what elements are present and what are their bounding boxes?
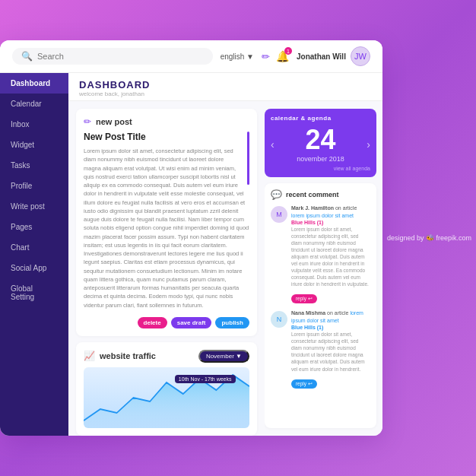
left-panel: ✏ new post New Post Title Lorem ipsum do…	[68, 101, 265, 436]
traffic-title: website traffic	[100, 351, 156, 360]
calendar-widget: calendar & agenda ‹ 24 november 2018 › v…	[265, 109, 376, 177]
right-panel: calendar & agenda ‹ 24 november 2018 › v…	[265, 101, 382, 436]
commenter-name-1: Mark J. Hamilton	[291, 205, 334, 211]
calendar-title: calendar & agenda	[271, 115, 370, 122]
comment-meta-2: Nana Mishma on article lorem ipsum dolor…	[291, 309, 370, 325]
sidebar-item-calendar[interactable]: Calendar	[0, 94, 68, 114]
view-all-agenda-link[interactable]: view all agenda	[271, 166, 370, 171]
comment-icon: 💬	[271, 189, 282, 200]
search-box[interactable]: 🔍	[12, 48, 213, 65]
page-title: DASHBOARD	[79, 79, 372, 90]
comment-content-2: Nana Mishma on article lorem ipsum dolor…	[291, 309, 370, 388]
post-body: Lorem ipsum dolor sit amet, consectetur …	[84, 147, 249, 309]
comments-header: 💬 recent comment	[271, 189, 370, 200]
commenter-name-2: Nana Mishma	[291, 310, 325, 316]
chart-tooltip: 10th Nov - 17th weeks	[175, 375, 236, 383]
sidebar-item-chart[interactable]: Chart	[0, 237, 68, 258]
main-layout: Dashboard Calendar Inbox Widget Tasks Pr…	[0, 73, 382, 436]
new-post-card: ✏ new post New Post Title Lorem ipsum do…	[76, 109, 257, 336]
delete-button[interactable]: delete	[138, 317, 167, 328]
watermark: designed by 🐝 freepik.com	[382, 230, 476, 246]
reply-button-2[interactable]: reply ↩	[291, 379, 317, 389]
sidebar-item-globalsetting[interactable]: Global Setting	[0, 278, 68, 307]
post-actions: delete save draft publish	[84, 317, 249, 328]
comment-body-2: Lorem ipsum dolor sit amet, consectetur …	[291, 331, 370, 373]
comment-action-2: on article	[327, 310, 348, 316]
language-selector[interactable]: english ▼	[221, 52, 254, 61]
calendar-nav: ‹ 24 november 2018 ›	[271, 126, 370, 163]
comment-item-1: M Mark J. Hamilton on article lorem ipsu…	[271, 205, 370, 303]
sidebar-item-socialapp[interactable]: Social App	[0, 258, 68, 278]
page-subtitle: welcome back, jonathan	[79, 90, 372, 97]
traffic-card: 📈 website traffic November ▼	[76, 342, 257, 436]
next-month-button[interactable]: ›	[367, 138, 370, 151]
sidebar: Dashboard Calendar Inbox Widget Tasks Pr…	[0, 73, 68, 436]
sidebar-item-profile[interactable]: Profile	[0, 176, 68, 196]
comment-sub-2: Blue Hills (1)	[291, 325, 370, 330]
traffic-chart: 10th Nov - 17th weeks	[84, 367, 249, 428]
sidebar-item-widget[interactable]: Widget	[0, 135, 68, 155]
content-area: DASHBOARD welcome back, jonathan ✏ new p…	[68, 73, 382, 436]
month-selector[interactable]: November ▼	[198, 350, 249, 363]
comments-title: recent comment	[286, 191, 339, 198]
topbar-icons: ✏ 🔔 1	[262, 50, 289, 62]
pencil-icon: ✏	[84, 116, 91, 127]
comment-item-2: N Nana Mishma on article lorem ipsum dol…	[271, 309, 370, 388]
new-post-header: ✏ new post	[84, 116, 249, 127]
post-accent-bar	[247, 132, 249, 185]
main-card: 🔍 english ▼ ✏ 🔔 1 Jonathan Will JW Dashb…	[0, 40, 382, 436]
comments-section: 💬 recent comment M Mark J. Hamilton on a…	[265, 183, 376, 428]
avatar-mark: M	[271, 206, 287, 223]
calendar-day: 24	[297, 126, 344, 154]
post-title: New Post Title	[84, 132, 249, 142]
comment-sub-1: Blue Hills (1)	[291, 220, 370, 225]
reply-button-1[interactable]: reply ↩	[291, 294, 317, 303]
new-post-label: new post	[96, 117, 132, 126]
save-draft-button[interactable]: save draft	[171, 317, 212, 328]
calendar-month: november 2018	[297, 155, 344, 163]
comment-action-1: on article	[335, 205, 357, 211]
edit-icon[interactable]: ✏	[262, 51, 270, 62]
sidebar-item-pages[interactable]: Pages	[0, 217, 68, 237]
search-icon: 🔍	[21, 51, 33, 62]
avatar-nana: N	[271, 311, 287, 328]
sidebar-item-inbox[interactable]: Inbox	[0, 114, 68, 135]
sidebar-item-dashboard[interactable]: Dashboard	[0, 73, 68, 94]
notification-icon[interactable]: 🔔 1	[276, 50, 289, 62]
comment-content-1: Mark J. Hamilton on article lorem ipsum …	[291, 205, 370, 303]
comment-body-1: Lorem ipsum dolor sit amet, consectetur …	[291, 226, 370, 288]
avatar[interactable]: JW	[351, 46, 370, 66]
content-body: ✏ new post New Post Title Lorem ipsum do…	[68, 101, 382, 436]
user-info: Jonathan Will JW	[297, 46, 370, 66]
user-name: Jonathan Will	[297, 52, 346, 61]
comment-link-1[interactable]: lorem ipsum dolor sit amet	[291, 213, 354, 218]
topbar: 🔍 english ▼ ✏ 🔔 1 Jonathan Will JW	[0, 40, 382, 73]
prev-month-button[interactable]: ‹	[271, 138, 274, 151]
chart-icon: 📈	[84, 351, 95, 361]
sidebar-item-writepost[interactable]: Write post	[0, 196, 68, 217]
content-header: DASHBOARD welcome back, jonathan	[68, 73, 382, 101]
notification-badge: 1	[284, 47, 292, 55]
traffic-header: 📈 website traffic November ▼	[84, 350, 249, 363]
publish-button[interactable]: publish	[215, 317, 249, 328]
sidebar-item-tasks[interactable]: Tasks	[0, 155, 68, 176]
search-input[interactable]	[37, 52, 204, 61]
comment-meta-1: Mark J. Hamilton on article lorem ipsum …	[291, 205, 370, 220]
